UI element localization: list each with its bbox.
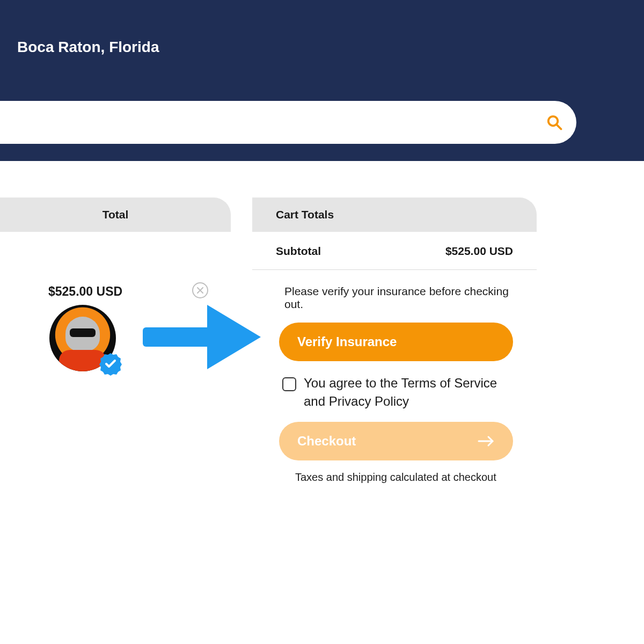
total-heading: Total: [103, 208, 129, 221]
svg-marker-6: [207, 305, 261, 369]
search-icon[interactable]: [546, 114, 562, 130]
tos-checkbox[interactable]: [282, 377, 296, 391]
checkout-button[interactable]: Checkout: [279, 422, 513, 460]
tos-text: You agree to the Terms of Service and Pr…: [304, 374, 513, 410]
cart-totals-header: Cart Totals: [252, 197, 537, 232]
verify-insurance-label: Verify Insurance: [297, 334, 397, 349]
remove-item-button[interactable]: [192, 282, 208, 298]
subtotal-value: $525.00 USD: [445, 245, 513, 258]
tax-shipping-note: Taxes and shipping calculated at checkou…: [252, 460, 537, 484]
subtotal-label: Subtotal: [276, 245, 321, 258]
cart-totals-heading: Cart Totals: [276, 208, 334, 221]
svg-rect-5: [143, 327, 218, 347]
verify-insurance-button[interactable]: Verify Insurance: [279, 323, 513, 361]
arrow-right-icon: [478, 435, 495, 448]
close-icon: [197, 287, 203, 294]
callout-arrow-icon: [137, 299, 264, 375]
location-text: Boca Raton, Florida: [17, 39, 159, 56]
search-bar[interactable]: [0, 101, 576, 144]
checkout-label: Checkout: [297, 434, 356, 449]
header: Boca Raton, Florida: [0, 0, 644, 161]
verify-instruction: Please verify your insurance before chec…: [252, 270, 537, 311]
item-price: $525.00 USD: [48, 284, 122, 299]
verified-badge-icon: [99, 352, 122, 376]
subtotal-row: Subtotal $525.00 USD: [252, 232, 537, 270]
total-panel-header: Total: [0, 197, 231, 232]
tos-row: You agree to the Terms of Service and Pr…: [252, 361, 537, 410]
cart-totals-panel: Cart Totals Subtotal $525.00 USD Please …: [252, 197, 537, 484]
svg-line-1: [557, 125, 561, 129]
item-avatar: [49, 305, 116, 371]
